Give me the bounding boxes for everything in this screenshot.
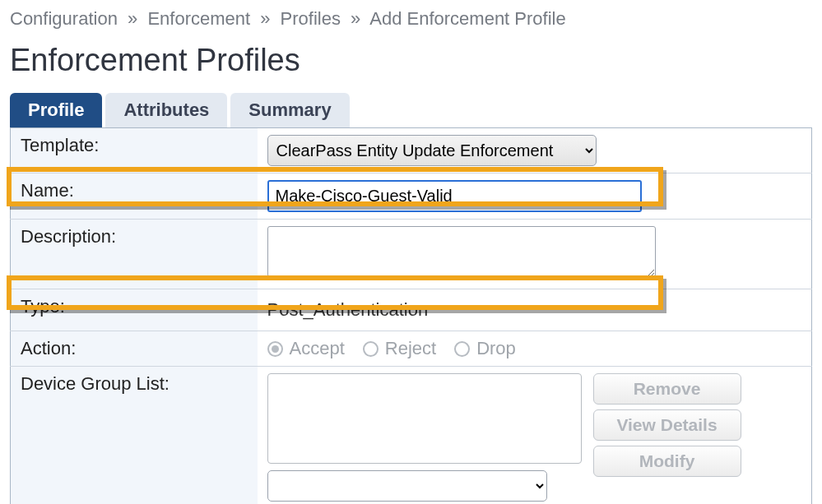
radio-accept: Accept: [267, 338, 345, 359]
template-select[interactable]: ClearPass Entity Update Enforcement: [267, 135, 597, 166]
profile-form-table: Template: ClearPass Entity Update Enforc…: [10, 127, 812, 504]
breadcrumb-item: Add Enforcement Profile: [369, 8, 565, 29]
label-type: Type:: [11, 289, 258, 331]
breadcrumb-sep: »: [260, 8, 270, 29]
radio-drop-circle: [454, 341, 470, 357]
breadcrumb-item[interactable]: Enforcement: [147, 8, 250, 29]
radio-drop-label: Drop: [476, 338, 516, 359]
type-value: Post_Authentication: [267, 296, 802, 324]
breadcrumb: Configuration » Enforcement » Profiles »…: [10, 3, 812, 38]
device-group-select[interactable]: [267, 470, 547, 502]
label-device-group-list: Device Group List:: [11, 367, 258, 504]
tab-attributes[interactable]: Attributes: [105, 93, 227, 127]
label-name: Name:: [11, 173, 258, 220]
label-template: Template:: [11, 128, 258, 173]
name-input[interactable]: [267, 180, 642, 212]
tab-summary[interactable]: Summary: [230, 93, 349, 127]
breadcrumb-item[interactable]: Profiles: [281, 8, 341, 29]
view-details-button[interactable]: View Details: [593, 409, 741, 441]
radio-drop: Drop: [454, 338, 516, 359]
remove-button[interactable]: Remove: [593, 373, 741, 405]
label-action: Action:: [11, 331, 258, 367]
breadcrumb-item[interactable]: Configuration: [10, 8, 118, 29]
description-textarea[interactable]: [267, 226, 656, 277]
tab-profile[interactable]: Profile: [10, 93, 102, 127]
device-group-listbox[interactable]: [267, 373, 582, 464]
radio-reject: Reject: [363, 338, 436, 359]
tabs: Profile Attributes Summary: [10, 93, 812, 127]
breadcrumb-sep: »: [128, 8, 137, 29]
radio-accept-circle: [267, 341, 283, 357]
label-description: Description:: [11, 220, 258, 289]
page-title: Enforcement Profiles: [10, 43, 812, 78]
modify-button[interactable]: Modify: [593, 446, 741, 477]
radio-reject-label: Reject: [385, 338, 436, 359]
breadcrumb-sep: »: [351, 8, 360, 29]
radio-accept-label: Accept: [290, 338, 345, 359]
radio-reject-circle: [363, 341, 378, 357]
action-radios: Accept Reject Drop: [267, 338, 802, 359]
